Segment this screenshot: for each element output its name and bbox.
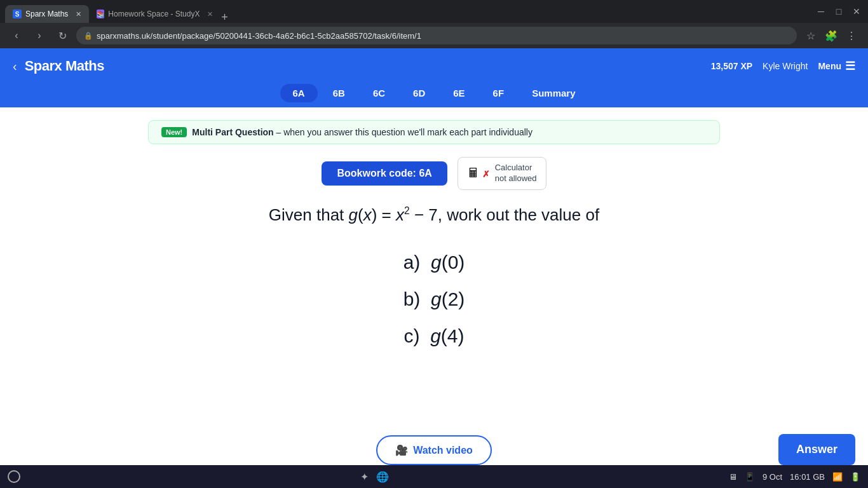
tab-6f[interactable]: 6F (480, 84, 517, 102)
tab-sparx-maths[interactable]: S Sparx Maths ✕ (5, 5, 89, 23)
bookwork-code: Bookwork code: 6A (322, 161, 447, 186)
calculator-icon: 🖩 ✗ (467, 166, 490, 180)
xp-display: 13,507 XP (711, 61, 752, 71)
calculator-badge: 🖩 ✗ Calculatornot allowed (458, 157, 546, 190)
calculator-text: Calculatornot allowed (495, 163, 537, 184)
menu-button[interactable]: Menu ☰ (818, 59, 855, 73)
tab-studyx[interactable]: 📚 Homework Space - StudyX ✕ (89, 5, 216, 23)
tab-6e[interactable]: 6E (440, 84, 477, 102)
address-bar: ‹ › ↻ 🔒 sparxmaths.uk/student/package/50… (0, 23, 868, 48)
lock-icon: 🔒 (84, 32, 93, 40)
user-name: Kyle Wright (763, 61, 808, 71)
window-controls: ─ □ ✕ (815, 6, 863, 17)
taskbar-date: 9 Oct (763, 472, 782, 482)
main-content: New! Multi Part Question – when you answ… (0, 107, 868, 367)
extension-icon[interactable]: 🧩 (822, 27, 840, 44)
taskbar-tablet-icon: 📱 (745, 472, 755, 482)
mpq-text: Multi Part Question – when you answer th… (192, 127, 532, 137)
taskbar-center: ✦ 🌐 (20, 471, 729, 483)
close-button[interactable]: ✕ (850, 6, 863, 17)
tab-6b[interactable]: 6B (320, 84, 358, 102)
tab-label-sparx: Sparx Maths (25, 10, 68, 18)
video-camera-icon: 🎥 (395, 444, 408, 456)
mpq-rest: – when you answer this question we'll ma… (274, 127, 532, 137)
back-button[interactable]: ‹ (8, 27, 25, 44)
question-area: Given that g(x) = x2 − 7, work out the v… (148, 205, 720, 355)
tab-label-studyx: Homework Space - StudyX (108, 10, 200, 18)
forward-button[interactable]: › (31, 27, 48, 44)
battery-icon: 🔋 (850, 472, 860, 482)
new-tab-button[interactable]: + (216, 11, 233, 23)
taskbar-screen-icon: 🖥 (729, 472, 737, 482)
tab-6c[interactable]: 6C (360, 84, 398, 102)
browser-titlebar: S Sparx Maths ✕ 📚 Homework Space - Study… (0, 0, 868, 23)
studyx-favicon: 📚 (97, 10, 104, 18)
part-a: a) g(0) (403, 252, 465, 273)
bottom-bar: 🎥 Watch video (0, 435, 868, 465)
tab-6a[interactable]: 6A (280, 84, 318, 102)
maximize-button[interactable]: □ (832, 6, 845, 17)
taskbar-star-icon: ✦ (360, 471, 369, 483)
part-b: b) g(2) (403, 288, 465, 310)
mpq-strong: Multi Part Question (192, 127, 273, 137)
taskbar-chrome-icon[interactable]: 🌐 (376, 471, 389, 483)
tab-bar: S Sparx Maths ✕ 📚 Homework Space - Study… (5, 0, 804, 23)
taskbar-left (8, 470, 20, 483)
reload-button[interactable]: ↻ (53, 27, 71, 44)
back-nav-button[interactable]: ‹ (13, 59, 17, 74)
wifi-icon: 📶 (832, 472, 843, 482)
bookwork-row: Bookwork code: 6A 🖩 ✗ Calculatornot allo… (322, 157, 546, 190)
sparx-favicon: S (13, 10, 22, 18)
settings-icon[interactable]: ⋮ (843, 27, 860, 44)
tab-close-sparx[interactable]: ✕ (76, 10, 81, 18)
answer-button[interactable]: Answer (778, 434, 855, 465)
watch-video-label: Watch video (413, 445, 473, 456)
hamburger-icon: ☰ (845, 59, 855, 73)
url-text: sparxmaths.uk/student/package/50200441-3… (97, 31, 421, 41)
header-right: 13,507 XP Kyle Wright Menu ☰ (711, 59, 855, 73)
star-icon[interactable]: ☆ (802, 27, 820, 44)
watch-video-button[interactable]: 🎥 Watch video (376, 435, 492, 465)
tab-6d[interactable]: 6D (400, 84, 438, 102)
app-header: ‹ Sparx Maths 13,507 XP Kyle Wright Menu… (0, 48, 868, 84)
url-input[interactable]: 🔒 sparxmaths.uk/student/package/50200441… (76, 27, 797, 44)
task-tabs: 6A 6B 6C 6D 6E 6F Summary (0, 84, 868, 107)
app-logo: Sparx Maths (25, 58, 104, 74)
minimize-button[interactable]: ─ (815, 6, 827, 17)
taskbar-right: 🖥 📱 9 Oct 16:01 GB 📶 🔋 (729, 472, 860, 482)
question-intro: Given that g(x) = x2 − 7, work out the v… (269, 205, 599, 225)
taskbar-circle-icon (8, 470, 20, 483)
tab-summary[interactable]: Summary (519, 84, 588, 102)
new-badge: New! (161, 127, 187, 137)
part-c: c) g(4) (403, 325, 464, 347)
mpq-banner: New! Multi Part Question – when you answ… (148, 120, 720, 144)
taskbar: ✦ 🌐 🖥 📱 9 Oct 16:01 GB 📶 🔋 (0, 465, 868, 488)
menu-label: Menu (818, 61, 841, 71)
taskbar-time: 16:01 GB (790, 472, 825, 482)
tab-close-studyx[interactable]: ✕ (207, 10, 213, 18)
address-actions: ☆ 🧩 ⋮ (802, 27, 860, 44)
calculator-x-icon: ✗ (480, 169, 490, 179)
